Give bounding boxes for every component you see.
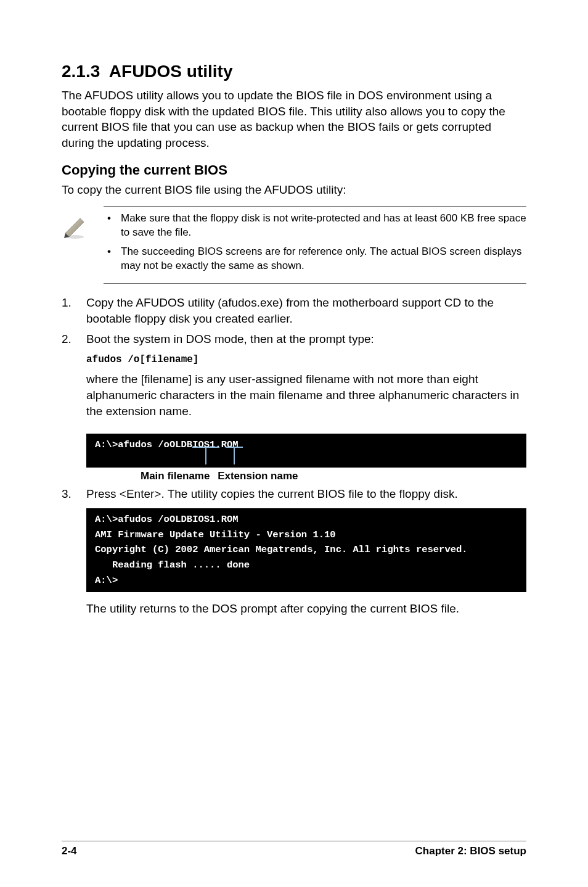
section-intro: The AFUDOS utility allows you to update … (62, 88, 526, 151)
subsection-intro: To copy the current BIOS file using the … (62, 182, 526, 198)
step-3: 3. Press <Enter>. The utility copies the… (62, 486, 526, 502)
code-command: afudos /o[filename] (86, 353, 526, 367)
terminal-output: A:\>afudos /oOLDBIOS1.ROM (86, 434, 526, 468)
step-1: 1. Copy the AFUDOS utility (afudos.exe) … (62, 295, 526, 326)
chapter-label: Chapter 2: BIOS setup (415, 845, 526, 857)
note-block: Make sure that the floppy disk is not wr… (62, 206, 526, 284)
svg-marker-1 (65, 218, 84, 237)
filename-labels: Main filename Extension name (86, 470, 526, 482)
subsection-heading: Copying the current BIOS (62, 162, 526, 178)
terminal-block-1: A:\>afudos /oOLDBIOS1.ROM (62, 434, 526, 468)
step-3-after: The utility returns to the DOS prompt af… (62, 601, 526, 617)
terminal-block-2: A:\>afudos /oOLDBIOS1.ROM AMI Firmware U… (86, 508, 526, 592)
page-footer: 2-4 Chapter 2: BIOS setup (62, 841, 526, 857)
note-item: The succeeding BIOS screens are for refe… (121, 245, 526, 273)
page-number: 2-4 (62, 845, 77, 857)
note-item: Make sure that the floppy disk is not wr… (121, 212, 526, 240)
pencil-icon (62, 212, 89, 242)
section-heading: 2.1.3 AFUDOS utility (62, 62, 526, 81)
step-2: 2. Boot the system in DOS mode, then at … (62, 331, 526, 427)
